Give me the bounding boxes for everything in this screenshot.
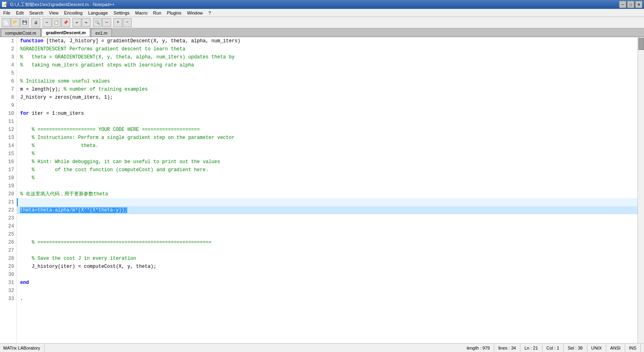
menu-item-plugins[interactable]: Plugins xyxy=(165,10,184,16)
menu-item-window[interactable]: Window xyxy=(185,10,205,16)
replace-button[interactable]: ↔ xyxy=(102,18,111,27)
code-line-26: % ======================================… xyxy=(17,238,638,246)
code-line-5 xyxy=(17,69,638,77)
line-num-11: 11 xyxy=(0,118,17,126)
zoom-out-button[interactable]: − xyxy=(123,18,132,27)
line-num-25: 25 xyxy=(0,230,17,238)
code-line-32 xyxy=(17,287,638,295)
minimize-button[interactable]: ─ xyxy=(619,1,626,8)
menu-bar: FileEditSearchViewEncodingLanguageSettin… xyxy=(0,9,644,17)
status-sel: Sel : 38 xyxy=(564,344,587,352)
menu-item-edit[interactable]: Edit xyxy=(14,10,26,16)
line-num-20: 20 xyxy=(0,190,17,198)
menu-item-settings[interactable]: Settings xyxy=(111,10,132,16)
code-line-31: end xyxy=(17,279,638,287)
tab-ex1m[interactable]: ex1.m xyxy=(91,29,112,37)
line-numbers: 1234567891011121314151617181920212223242… xyxy=(0,37,17,343)
line-num-4: 4 xyxy=(0,61,17,69)
menu-item-file[interactable]: File xyxy=(1,10,13,16)
cut-button[interactable]: ✂ xyxy=(43,18,52,27)
title-text: G:\人工智能\ex1\ex1\gradientDescent.m - Note… xyxy=(8,2,619,8)
code-line-25 xyxy=(17,230,638,238)
line-num-18: 18 xyxy=(0,174,17,182)
title-bar: 📝 G:\人工智能\ex1\ex1\gradientDescent.m - No… xyxy=(0,0,644,9)
code-line-1: function [theta, J_history] = gradientDe… xyxy=(17,37,638,45)
line-num-31: 31 xyxy=(0,279,17,287)
window-controls: ─ □ ✕ xyxy=(619,1,642,8)
line-num-26: 26 xyxy=(0,238,17,246)
line-num-19: 19 xyxy=(0,182,17,190)
code-line-6: % Initialize some useful values xyxy=(17,77,638,85)
code-line-2: %GRADIENTDESCENT Performs gradient desce… xyxy=(17,45,638,53)
code-line-16: % Hint: While debugging, it can be usefu… xyxy=(17,158,638,166)
maximize-button[interactable]: □ xyxy=(627,1,634,8)
app-icon: 📝 xyxy=(2,2,8,7)
line-num-15: 15 xyxy=(0,150,17,158)
line-num-14: 14 xyxy=(0,142,17,150)
find-button[interactable]: 🔍 xyxy=(93,18,102,27)
line-num-12: 12 xyxy=(0,126,17,134)
new-button[interactable]: 📄 xyxy=(2,18,10,27)
line-num-23: 23 xyxy=(0,214,17,222)
code-line-7: m = length(y); % number of training exam… xyxy=(17,85,638,93)
line-num-8: 8 xyxy=(0,93,17,101)
line-num-5: 5 xyxy=(0,69,17,77)
line-num-16: 16 xyxy=(0,158,17,166)
menu-item-language[interactable]: Language xyxy=(86,10,110,16)
menu-item-?[interactable]: ? xyxy=(206,10,213,16)
tab-gradientDescentm[interactable]: gradientDescent.m xyxy=(41,28,90,37)
status-ansi: ANSI xyxy=(606,344,625,352)
line-num-30: 30 xyxy=(0,271,17,279)
paste-button[interactable]: 📌 xyxy=(61,18,70,27)
line-num-32: 32 xyxy=(0,287,17,295)
status-app: MATrix LABoratory xyxy=(3,344,45,352)
redo-button[interactable]: ↪ xyxy=(82,18,91,27)
code-line-24 xyxy=(17,222,638,230)
code-line-4: % taking num_iters gradient steps with l… xyxy=(17,61,638,69)
code-line-15: % xyxy=(17,150,638,158)
code-line-23 xyxy=(17,214,638,222)
code-line-27 xyxy=(17,246,638,255)
status-bar: MATrix LABoratory length : 979 lines : 3… xyxy=(0,343,644,352)
close-button[interactable]: ✕ xyxy=(635,1,642,8)
toolbar: 📄 📂 💾 🖨 ✂ 📋 📌 ↩ ↪ 🔍 ↔ + − xyxy=(0,17,644,28)
code-line-22: theta=theta-alpha/m*(X'*(X*theta-y)); xyxy=(17,206,638,214)
code-line-3: % theta = GRADIENTDESENT(X, y, theta, al… xyxy=(17,53,638,61)
code-line-9 xyxy=(17,101,638,110)
code-line-11 xyxy=(17,118,638,126)
tab-computeCostm[interactable]: computeCost.m xyxy=(1,29,41,37)
code-line-8: J_history = zeros(num_iters, 1); xyxy=(17,93,638,101)
status-ln: Ln : 21 xyxy=(520,344,543,352)
status-length: length : 979 xyxy=(462,344,494,352)
code-line-28: % Save the cost J in every iteration xyxy=(17,255,638,263)
menu-item-macro[interactable]: Macro xyxy=(133,10,150,16)
open-button[interactable]: 📂 xyxy=(11,18,20,27)
zoom-in-button[interactable]: + xyxy=(114,18,122,27)
line-num-13: 13 xyxy=(0,134,17,142)
code-line-20: % 在这里填入代码，用于更新参数theta xyxy=(17,190,638,198)
line-num-29: 29 xyxy=(0,263,17,271)
save-button[interactable]: 💾 xyxy=(20,18,29,27)
code-line-19 xyxy=(17,182,638,190)
code-line-18: % xyxy=(17,174,638,182)
copy-button[interactable]: 📋 xyxy=(52,18,61,27)
status-lines: lines : 34 xyxy=(494,344,520,352)
undo-button[interactable]: ↩ xyxy=(72,18,81,27)
code-editor[interactable]: function [theta, J_history] = gradientDe… xyxy=(17,37,638,343)
line-num-2: 2 xyxy=(0,45,17,53)
line-num-3: 3 xyxy=(0,53,17,61)
line-num-7: 7 xyxy=(0,85,17,93)
status-ins: INS xyxy=(625,344,641,352)
print-button[interactable]: 🖨 xyxy=(31,18,40,27)
menu-item-run[interactable]: Run xyxy=(151,10,163,16)
line-num-24: 24 xyxy=(0,222,17,230)
scrollbar[interactable] xyxy=(638,37,644,343)
code-line-17: % of the cost function (computeCost) and… xyxy=(17,166,638,174)
line-num-1: 1 xyxy=(0,37,17,45)
menu-item-view[interactable]: View xyxy=(47,10,61,16)
menu-item-encoding[interactable]: Encoding xyxy=(62,10,85,16)
line-num-21: 21 xyxy=(0,198,17,206)
menu-item-search[interactable]: Search xyxy=(27,10,46,16)
line-num-6: 6 xyxy=(0,77,17,85)
code-line-21 xyxy=(17,198,638,206)
